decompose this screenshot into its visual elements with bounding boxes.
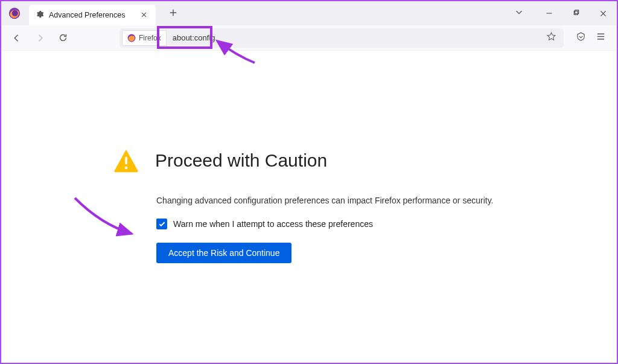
warning-checkbox-row[interactable]: Warn me when I attempt to access these p… <box>156 219 505 229</box>
close-window-button[interactable] <box>590 2 617 24</box>
window-controls <box>503 2 617 24</box>
show-warning-checkbox[interactable] <box>156 219 167 229</box>
urlbar-identity-box[interactable]: Firefox <box>122 30 167 46</box>
navigation-toolbar: Firefox about:config <box>1 25 617 51</box>
svg-point-6 <box>125 167 128 170</box>
bookmark-star-button[interactable] <box>539 31 564 44</box>
new-tab-button[interactable] <box>164 5 182 22</box>
svg-rect-3 <box>575 10 578 14</box>
tab-title: Advanced Preferences <box>49 11 125 19</box>
urlbar-input[interactable]: about:config <box>167 28 539 48</box>
accept-risk-button[interactable]: Accept the Risk and Continue <box>156 243 291 263</box>
svg-rect-2 <box>574 11 578 14</box>
svg-point-1 <box>12 10 18 16</box>
checkbox-label: Warn me when I attempt to access these p… <box>173 219 373 229</box>
maximize-button[interactable] <box>562 2 590 24</box>
url-bar[interactable]: Firefox about:config <box>119 28 564 48</box>
minimize-button[interactable] <box>535 2 562 24</box>
warning-description: Changing advanced configuration preferen… <box>156 196 505 205</box>
svg-rect-5 <box>125 157 127 165</box>
app-menu-button[interactable] <box>596 31 606 44</box>
firefox-app-icon <box>8 7 21 19</box>
forward-button[interactable] <box>31 30 48 46</box>
back-button[interactable] <box>8 30 25 46</box>
browser-tab[interactable]: Advanced Preferences <box>29 5 156 25</box>
warning-triangle-icon <box>113 147 139 174</box>
titlebar: Advanced Preferences <box>1 1 617 25</box>
gear-icon <box>35 10 44 21</box>
content-area: Proceed with Caution Changing advanced c… <box>1 51 617 263</box>
warning-title: Proceed with Caution <box>155 150 327 171</box>
reload-button[interactable] <box>54 30 71 46</box>
urlbar-prefix-label: Firefox <box>139 34 161 42</box>
about-config-warning: Proceed with Caution Changing advanced c… <box>113 147 505 263</box>
pocket-button[interactable] <box>576 31 586 44</box>
tabs-dropdown-button[interactable] <box>503 3 535 24</box>
tab-close-button[interactable] <box>138 9 150 21</box>
